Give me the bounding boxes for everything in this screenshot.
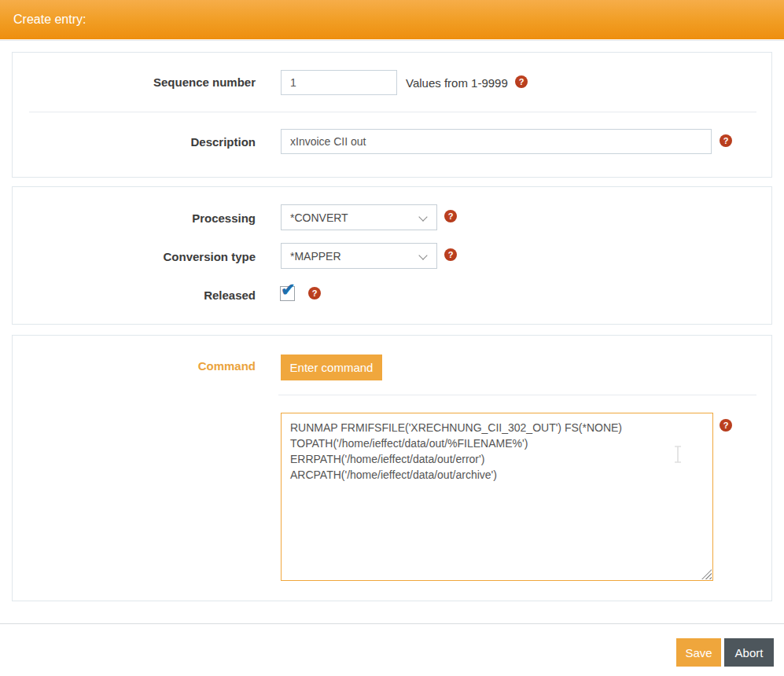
help-icon[interactable]: ? xyxy=(308,287,321,299)
header-divider xyxy=(0,40,784,41)
help-icon[interactable]: ? xyxy=(720,419,732,432)
description-input[interactable] xyxy=(281,129,712,154)
abort-button[interactable]: Abort xyxy=(724,638,774,667)
command-textarea[interactable]: RUNMAP FRMIFSFILE('XRECHNUNG_CII_302_OUT… xyxy=(281,413,713,581)
processing-select-wrap: *CONVERT xyxy=(281,204,437,230)
released-label: Released xyxy=(13,288,256,302)
command-textarea-wrap: RUNMAP FRMIFSFILE('XRECHNUNG_CII_302_OUT… xyxy=(281,413,713,581)
row-divider xyxy=(29,112,756,112)
sequence-number-hint: Values from 1-9999 xyxy=(406,76,508,90)
help-icon[interactable]: ? xyxy=(444,210,457,222)
help-icon[interactable]: ? xyxy=(515,75,528,88)
released-checkbox[interactable]: ✔ xyxy=(280,286,295,301)
help-icon[interactable]: ? xyxy=(720,134,732,147)
conversion-type-label: Conversion type xyxy=(13,250,256,263)
enter-command-button[interactable]: Enter command xyxy=(281,355,382,380)
panel-general: Sequence number Values from 1-9999 ? Des… xyxy=(12,52,772,178)
panel-command: Command Enter command RUNMAP FRMIFSFILE(… xyxy=(12,335,772,601)
command-label: Command xyxy=(13,359,256,373)
processing-label: Processing xyxy=(13,211,256,225)
page-header: Create entry: xyxy=(0,0,784,39)
conversion-type-select-wrap: *MAPPER xyxy=(281,243,437,269)
panel-processing: Processing *CONVERT ? Conversion type *M… xyxy=(12,186,772,325)
footer-divider xyxy=(0,623,784,624)
command-divider xyxy=(278,395,756,395)
save-button[interactable]: Save xyxy=(676,638,721,667)
sequence-number-input[interactable] xyxy=(281,70,397,95)
help-icon[interactable]: ? xyxy=(444,248,457,261)
description-label: Description xyxy=(13,135,256,149)
processing-select[interactable]: *CONVERT xyxy=(281,204,437,230)
sequence-number-label: Sequence number xyxy=(13,75,256,89)
check-icon: ✔ xyxy=(281,281,295,299)
conversion-type-select[interactable]: *MAPPER xyxy=(281,243,437,269)
page-title: Create entry: xyxy=(13,0,86,39)
